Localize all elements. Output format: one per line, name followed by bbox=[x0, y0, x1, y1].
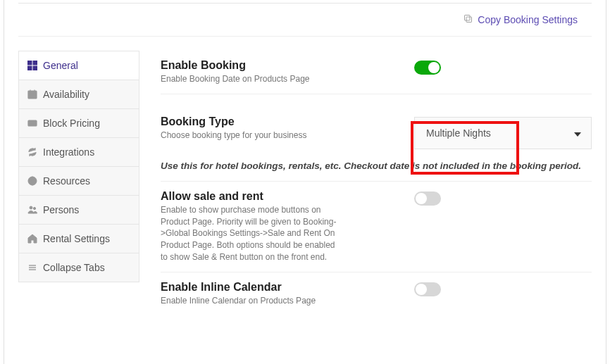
svg-rect-0 bbox=[466, 17, 472, 23]
sidebar-item-label: Persons bbox=[43, 204, 79, 215]
svg-rect-1 bbox=[465, 15, 471, 21]
refresh-icon bbox=[27, 147, 37, 157]
home-icon bbox=[27, 234, 37, 244]
inline-calendar-toggle[interactable] bbox=[414, 282, 441, 296]
enable-booking-toggle[interactable] bbox=[414, 61, 441, 75]
persons-icon bbox=[27, 205, 37, 215]
booking-type-hint: Use this for hotel bookings, rentals, et… bbox=[161, 153, 592, 182]
svg-rect-10 bbox=[28, 120, 37, 126]
sidebar-item-label: Integrations bbox=[43, 146, 94, 158]
setting-desc: Enable to show purchase mode buttons on … bbox=[161, 204, 344, 263]
svg-rect-3 bbox=[33, 61, 37, 65]
setting-booking-type: Booking Type Choose booking type for you… bbox=[161, 94, 592, 153]
sidebar-item-label: Collapse Tabs bbox=[43, 262, 105, 273]
grid-icon bbox=[27, 61, 37, 70]
sidebar-item-label: Availability bbox=[43, 89, 89, 100]
card-icon bbox=[27, 118, 37, 128]
sidebar-item-availability[interactable]: Availability bbox=[19, 80, 139, 109]
globe-icon bbox=[27, 176, 37, 186]
copy-booking-settings-link[interactable]: Copy Booking Settings bbox=[463, 13, 578, 26]
booking-type-select[interactable]: Multiple Nights bbox=[414, 117, 592, 149]
sidebar-item-label: Resources bbox=[43, 175, 90, 187]
svg-point-15 bbox=[30, 206, 32, 209]
setting-desc: Enable Booking Date on Products Page bbox=[161, 73, 414, 85]
sidebar-item-rental-settings[interactable]: Rental Settings bbox=[19, 225, 139, 253]
svg-point-16 bbox=[33, 207, 35, 209]
setting-allow-sale-rent: Allow sale and rent Enable to show purch… bbox=[161, 182, 592, 272]
sidebar-item-integrations[interactable]: Integrations bbox=[19, 138, 139, 167]
booking-type-selected: Multiple Nights bbox=[426, 127, 491, 139]
setting-title: Enable Booking bbox=[161, 59, 414, 72]
copy-booking-settings-label: Copy Booking Settings bbox=[478, 14, 578, 25]
sidebar-item-label: General bbox=[43, 60, 78, 71]
sidebar-item-label: Rental Settings bbox=[43, 233, 110, 244]
calendar-icon bbox=[27, 89, 37, 99]
setting-desc: Enable Inline Calendar on Products Page bbox=[161, 295, 414, 307]
list-icon bbox=[27, 263, 37, 272]
svg-rect-2 bbox=[27, 61, 32, 65]
sidebar-item-block-pricing[interactable]: Block Pricing bbox=[19, 109, 139, 138]
svg-rect-5 bbox=[33, 66, 37, 70]
sidebar-item-label: Block Pricing bbox=[43, 118, 100, 129]
sidebar-item-persons[interactable]: Persons bbox=[19, 196, 139, 225]
svg-rect-4 bbox=[27, 66, 32, 70]
allow-sale-rent-toggle[interactable] bbox=[414, 192, 441, 206]
setting-title: Booking Type bbox=[161, 115, 414, 128]
svg-rect-6 bbox=[28, 91, 37, 99]
copy-icon bbox=[463, 13, 473, 26]
chevron-down-icon bbox=[574, 127, 581, 139]
settings-main: Enable Booking Enable Booking Date on Pr… bbox=[139, 51, 592, 315]
settings-sidebar: General Availability Block Pricing Integ… bbox=[18, 51, 139, 282]
setting-inline-calendar: Enable Inline Calendar Enable Inline Cal… bbox=[161, 272, 592, 315]
setting-title: Enable Inline Calendar bbox=[161, 281, 414, 294]
sidebar-item-collapse-tabs[interactable]: Collapse Tabs bbox=[19, 253, 139, 282]
setting-enable-booking: Enable Booking Enable Booking Date on Pr… bbox=[161, 51, 592, 94]
setting-desc: Choose booking type for your business bbox=[161, 130, 414, 142]
sidebar-item-resources[interactable]: Resources bbox=[19, 167, 139, 196]
sidebar-item-general[interactable]: General bbox=[19, 51, 139, 80]
setting-title: Allow sale and rent bbox=[161, 190, 344, 203]
